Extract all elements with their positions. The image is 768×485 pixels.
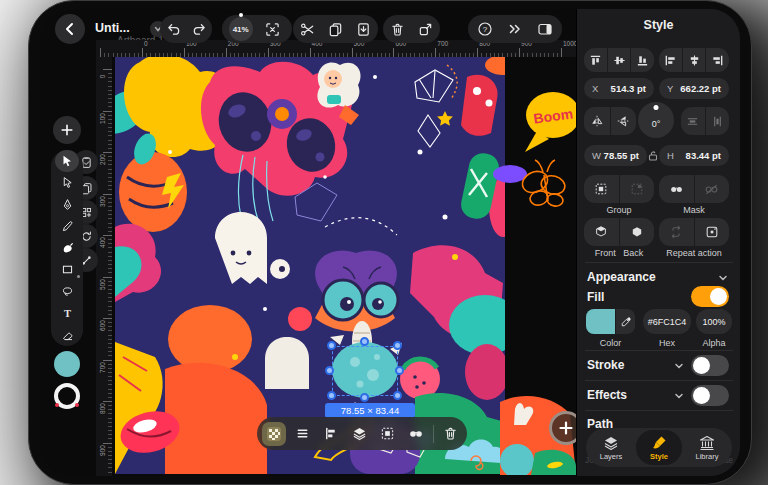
copy-button[interactable]	[323, 16, 349, 42]
delete-selection-button[interactable]	[438, 422, 462, 446]
help-button[interactable]: ?	[472, 16, 498, 42]
selection-handle[interactable]	[360, 393, 369, 402]
cut-button[interactable]	[295, 16, 321, 42]
tool-selection[interactable]	[55, 150, 79, 172]
flip-vertical-button[interactable]	[610, 107, 637, 135]
fill-toggle[interactable]	[691, 286, 729, 307]
distribute-vertical-button[interactable]	[705, 107, 730, 135]
fill-color-swatch[interactable]	[586, 309, 615, 334]
bring-to-front-button[interactable]	[584, 218, 619, 246]
flip-horizontal-button[interactable]	[584, 107, 610, 135]
paste-button[interactable]	[350, 16, 376, 42]
selection-handle[interactable]	[393, 341, 402, 350]
tab-layers[interactable]: Layers	[588, 430, 634, 465]
duplicate-button[interactable]	[412, 16, 438, 42]
mask-objects-button[interactable]	[659, 175, 694, 203]
undo-button[interactable]	[160, 16, 186, 42]
canvas-area[interactable]: Boom Artboard 1 010020030040050060070080…	[40, 9, 576, 476]
unmask-icon	[704, 182, 719, 197]
align-left-button[interactable]	[659, 48, 682, 72]
selection-handle[interactable]	[327, 391, 336, 400]
align-center-horizontal-button[interactable]	[682, 48, 706, 72]
unmask-objects-button[interactable]	[694, 175, 730, 203]
ungroup-objects-button[interactable]	[619, 175, 655, 203]
ruler-tick	[108, 181, 112, 182]
repeat-action-boxed-button[interactable]	[694, 218, 730, 246]
ruler-tick	[356, 53, 357, 57]
ruler-tick	[222, 53, 223, 57]
rotation-dial[interactable]: 0°	[638, 102, 674, 138]
tool-text[interactable]: T	[55, 302, 79, 324]
select-frame-button[interactable]	[259, 16, 285, 42]
align-bottom-button[interactable]	[630, 48, 654, 72]
zoom-to-selection-button[interactable]	[549, 411, 576, 445]
x-position-field[interactable]: X 514.3 pt	[584, 78, 654, 99]
delete-button[interactable]	[385, 16, 411, 42]
ruler-tick	[108, 289, 112, 290]
align-middle-vertical-button[interactable]	[607, 48, 631, 72]
ruler-tick	[108, 119, 112, 120]
selection-handle[interactable]	[360, 337, 369, 346]
swatch-pattern-button[interactable]	[262, 422, 286, 446]
align-top-button[interactable]	[584, 48, 607, 72]
eyedropper-button[interactable]	[615, 309, 635, 334]
align-button[interactable]	[319, 422, 343, 446]
chevron-down-icon[interactable]	[673, 360, 685, 372]
front-back-labels: Front Back	[584, 248, 654, 258]
tab-library[interactable]: Library	[684, 430, 730, 465]
pasteboard-purple-blob[interactable]	[493, 165, 527, 183]
ruler-tick	[108, 467, 112, 468]
document-title[interactable]: Unti...	[95, 21, 147, 35]
fill-hex-field[interactable]: #6FC1C4	[643, 309, 691, 334]
artboard[interactable]	[115, 57, 521, 475]
tool-pen[interactable]	[55, 194, 79, 216]
chevron-down-icon[interactable]	[717, 272, 729, 284]
width-field[interactable]: W 78.55 pt	[584, 145, 647, 166]
tab-style[interactable]: Style	[636, 430, 682, 465]
tool-shape[interactable]	[55, 259, 79, 281]
redo-button[interactable]	[186, 16, 212, 42]
aspect-lock-icon[interactable]	[648, 150, 658, 161]
selection-handle[interactable]	[327, 341, 336, 350]
distribute-horizontal-button[interactable]	[681, 107, 705, 135]
tool-pencil[interactable]	[55, 215, 79, 237]
mask-button[interactable]	[404, 422, 428, 446]
selection-handle[interactable]	[393, 391, 402, 400]
tool-lasso[interactable]	[55, 281, 79, 303]
appearance-header[interactable]: Appearance	[587, 270, 656, 284]
fill-color-well[interactable]	[54, 351, 80, 377]
list-options-button[interactable]	[290, 422, 314, 446]
group-objects-button[interactable]	[584, 175, 619, 203]
tool-brush[interactable]	[55, 237, 79, 259]
height-field[interactable]: H 83.44 pt	[659, 145, 729, 166]
chevron-down-icon[interactable]	[673, 390, 685, 402]
group-button[interactable]	[376, 422, 400, 446]
repeat-last-action-button[interactable]	[659, 218, 694, 246]
stroke-color-well[interactable]	[54, 383, 80, 409]
back-button[interactable]	[55, 14, 85, 44]
ruler-label: 400	[99, 233, 106, 253]
y-position-field[interactable]: Y 662.22 pt	[659, 78, 729, 99]
ruler-tick	[490, 53, 491, 57]
selection-handle[interactable]	[325, 366, 334, 375]
add-element-button[interactable]	[53, 116, 81, 144]
tool-node-editor[interactable]	[55, 172, 79, 194]
present-button[interactable]	[502, 16, 528, 42]
ruler-tick	[125, 53, 126, 57]
selection-handle[interactable]	[395, 366, 404, 375]
flip-horizontal-icon	[590, 114, 604, 128]
ruler-tick	[213, 53, 214, 57]
stroke-header[interactable]: Stroke	[587, 358, 624, 372]
fill-alpha-field[interactable]: 100%	[696, 309, 732, 334]
ruler-tick	[108, 393, 112, 394]
toggle-panel-button[interactable]	[532, 16, 558, 42]
tool-eraser[interactable]	[55, 324, 79, 346]
send-to-back-button[interactable]	[619, 218, 655, 246]
layers-button[interactable]	[347, 422, 371, 446]
ruler-tick	[108, 102, 112, 103]
zoom-level-button[interactable]: 41%	[229, 17, 253, 41]
effects-header[interactable]: Effects	[587, 388, 627, 402]
align-right-button[interactable]	[705, 48, 729, 72]
effects-toggle[interactable]	[691, 385, 729, 406]
stroke-toggle[interactable]	[691, 355, 729, 376]
